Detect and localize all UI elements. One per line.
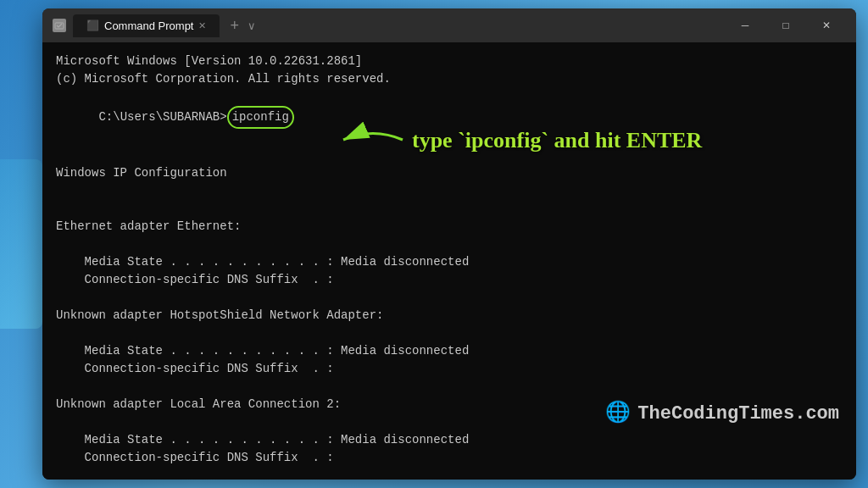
tab-label: Command Prompt [104, 19, 193, 32]
eth-media: Media State . . . . . . . . . . . : Medi… [56, 253, 843, 271]
minimize-btn[interactable]: ─ [726, 13, 765, 38]
local-media: Media State . . . . . . . . . . . : Medi… [56, 431, 843, 449]
blank-line-3 [56, 200, 843, 218]
blank-line-2 [56, 182, 843, 200]
hotspot-media: Media State . . . . . . . . . . . : Medi… [56, 342, 843, 360]
tab-close-btn[interactable]: ✕ [198, 20, 206, 31]
eth-dns: Connection-specific DNS Suffix . : [56, 271, 843, 289]
new-tab-btn[interactable]: + [230, 17, 239, 35]
watermark-icon: 🌐 [605, 398, 631, 429]
terminal-prompt-line: C:\Users\SUBARNAB>ipconfig [56, 88, 843, 147]
app-icon [53, 19, 66, 32]
terminal-line-1: Microsoft Windows [Version 10.0.22631.28… [56, 53, 843, 70]
terminal-line-2: (c) Microsoft Corporation. All rights re… [56, 70, 843, 88]
window-controls: ─ □ ✕ [726, 13, 846, 38]
hotspot-dns: Connection-specific DNS Suffix . : [56, 360, 843, 378]
tab-chevron[interactable]: ∨ [248, 19, 256, 32]
blank-line-1 [56, 147, 843, 164]
cmd-window: ⬛ Command Prompt ✕ + ∨ ─ □ ✕ Microsoft W… [42, 8, 856, 480]
windows-logo-decoration [0, 159, 42, 329]
blank-line-6 [56, 324, 843, 342]
terminal-content[interactable]: Microsoft Windows [Version 10.0.22631.28… [42, 42, 856, 480]
prompt-path: C:\Users\SUBARNAB> [98, 110, 226, 124]
ip-config-header: Windows IP Configuration [56, 164, 843, 182]
tab-icon: ⬛ [86, 19, 99, 31]
hotspot-header: Unknown adapter HotspotShield Network Ad… [56, 307, 843, 324]
local-dns: Connection-specific DNS Suffix . : [56, 449, 843, 467]
close-btn[interactable]: ✕ [807, 13, 846, 38]
watermark-text: TheCodingTimes.com [637, 400, 839, 428]
title-bar: ⬛ Command Prompt ✕ + ∨ ─ □ ✕ [42, 8, 856, 42]
active-tab[interactable]: ⬛ Command Prompt ✕ [73, 14, 220, 37]
blank-line-7 [56, 378, 843, 396]
ipconfig-command: ipconfig [227, 106, 294, 129]
maximize-btn[interactable]: □ [766, 13, 805, 38]
blank-line-9 [56, 467, 843, 480]
blank-line-5 [56, 289, 843, 307]
blank-line-4 [56, 236, 843, 253]
command-highlight: ipconfig [227, 110, 294, 124]
watermark: 🌐 TheCodingTimes.com [605, 398, 839, 429]
eth-header: Ethernet adapter Ethernet: [56, 218, 843, 236]
